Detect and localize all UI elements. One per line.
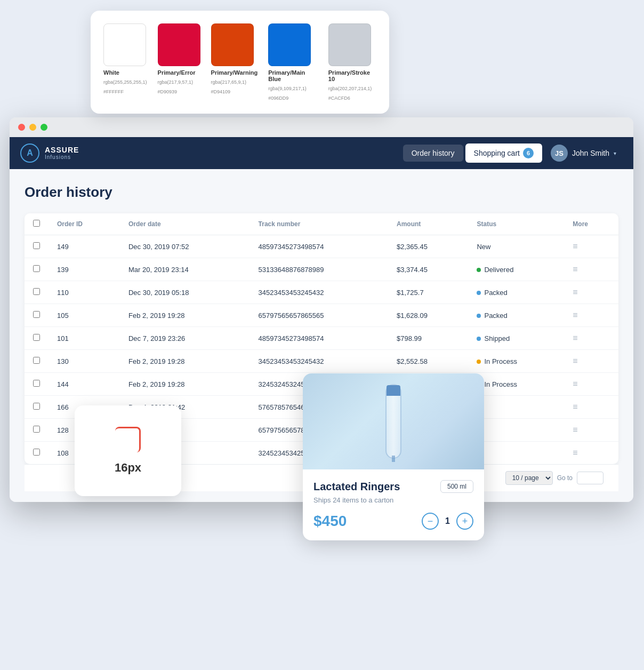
- swatch-name-1: Primary/Error: [158, 69, 196, 76]
- table-row: 105Feb 2, 2019 19:2865797565657865565$1,…: [25, 304, 618, 327]
- iv-tube-illustration: [385, 384, 401, 459]
- quantity-decrease-button[interactable]: −: [422, 513, 439, 530]
- table-row: 149Dec 30, 2019 07:5248597345273498574$2…: [25, 235, 618, 258]
- shopping-cart-button[interactable]: Shopping cart 6: [465, 143, 542, 163]
- logo-icon: A: [20, 143, 39, 163]
- cell-track-number: 53133648876878989: [250, 258, 388, 281]
- more-options-icon[interactable]: ≡: [573, 333, 578, 342]
- more-options-icon[interactable]: ≡: [573, 379, 578, 388]
- product-image: [303, 373, 484, 469]
- page-size-select[interactable]: 10 / page 20 / page 50 / page: [505, 471, 553, 485]
- cell-more[interactable]: ≡: [564, 419, 618, 442]
- cell-status: In Process: [468, 350, 564, 373]
- cell-order-date: Dec 7, 2019 23:26: [120, 327, 250, 350]
- swatch-rgba-0: rgba(255,255,255,1): [103, 79, 147, 86]
- color-swatch-item-3: Primary/Main Bluergba(9,109,217,1)#096DD…: [268, 23, 318, 101]
- cell-track-number: 48597345273498574: [250, 235, 388, 258]
- cell-order-date: Feb 2, 2019 19:28: [120, 373, 250, 396]
- goto-input[interactable]: [577, 472, 603, 484]
- swatch-name-4: Primary/Stroke 10: [328, 69, 376, 82]
- more-options-icon[interactable]: ≡: [573, 265, 578, 274]
- row-checkbox-7[interactable]: [33, 403, 40, 410]
- logo-letter: A: [27, 148, 33, 158]
- traffic-light-minimize[interactable]: [29, 124, 36, 131]
- cell-order-id: 101: [49, 327, 120, 350]
- cell-more[interactable]: ≡: [564, 396, 618, 419]
- swatch-hex-3: #096DD9: [268, 95, 288, 101]
- product-ships-text: Ships 24 items to a carton: [313, 496, 473, 504]
- more-options-icon[interactable]: ≡: [573, 448, 578, 457]
- cell-amount: $2,552.58: [388, 350, 468, 373]
- cell-order-id: 144: [49, 373, 120, 396]
- px-value: 16px: [115, 461, 141, 475]
- row-checkbox-3[interactable]: [33, 311, 40, 318]
- row-checkbox-2[interactable]: [33, 288, 40, 295]
- corner-radius-icon: [115, 427, 141, 452]
- swatch-hex-2: #D94109: [211, 89, 231, 94]
- logo-infusions: Infusions: [45, 154, 79, 160]
- cell-more[interactable]: ≡: [564, 442, 618, 465]
- cell-status: Packed: [468, 304, 564, 327]
- page-title: Order history: [25, 184, 618, 201]
- cell-order-date: Feb 2, 2019 19:28: [120, 350, 250, 373]
- more-options-icon[interactable]: ≡: [573, 402, 578, 411]
- more-options-icon[interactable]: ≡: [573, 288, 578, 297]
- cell-more[interactable]: ≡: [564, 373, 618, 396]
- table-row: 101Dec 7, 2019 23:2648597345273498574$79…: [25, 327, 618, 350]
- swatch-rgba-2: rgba(217,65,9,1): [211, 79, 247, 86]
- cell-status: Shipped: [468, 327, 564, 350]
- row-checkbox-6[interactable]: [33, 380, 40, 387]
- quantity-increase-button[interactable]: +: [456, 513, 473, 530]
- row-checkbox-4[interactable]: [33, 334, 40, 341]
- cell-more[interactable]: ≡: [564, 281, 618, 304]
- cell-track-number: 48597345273498574: [250, 327, 388, 350]
- cell-more[interactable]: ≡: [564, 235, 618, 258]
- traffic-light-maximize[interactable]: [41, 124, 47, 131]
- cell-more[interactable]: ≡: [564, 350, 618, 373]
- row-checkbox-1[interactable]: [33, 265, 40, 272]
- color-swatch-item-1: Primary/Errorrgba(217,9,57,1)#D90939: [158, 23, 200, 101]
- product-body: Lactated Ringers 500 ml Ships 24 items t…: [303, 469, 484, 540]
- user-name: John Smith: [572, 149, 609, 157]
- row-checkbox-8[interactable]: [33, 426, 40, 433]
- more-options-icon[interactable]: ≡: [573, 356, 578, 365]
- col-amount: Amount: [388, 213, 468, 235]
- user-menu-button[interactable]: JS John Smith ▾: [544, 140, 623, 166]
- more-options-icon[interactable]: ≡: [573, 242, 578, 251]
- nav-tab-order-history[interactable]: Order history: [403, 145, 463, 162]
- col-more: More: [564, 213, 618, 235]
- more-options-icon[interactable]: ≡: [573, 425, 578, 434]
- cart-badge: 6: [523, 148, 534, 158]
- col-order-id: Order ID: [49, 213, 120, 235]
- cell-status: Packed: [468, 281, 564, 304]
- swatch-hex-0: #FFFFFF: [103, 89, 124, 94]
- table-row: 110Dec 30, 2019 05:1834523453453245432$1…: [25, 281, 618, 304]
- col-status: Status: [468, 213, 564, 235]
- select-all-checkbox[interactable]: [33, 220, 40, 227]
- row-checkbox-9[interactable]: [33, 449, 40, 456]
- cell-order-id: 149: [49, 235, 120, 258]
- more-options-icon[interactable]: ≡: [573, 310, 578, 320]
- color-swatch-2: [211, 23, 254, 66]
- product-size-badge: 500 ml: [440, 480, 473, 493]
- cell-order-date: Mar 20, 2019 23:14: [120, 258, 250, 281]
- cell-more[interactable]: ≡: [564, 327, 618, 350]
- cell-status: New: [468, 235, 564, 258]
- cell-order-id: 130: [49, 350, 120, 373]
- color-swatch-item-4: Primary/Stroke 10rgba(202,207,214,1)#CAC…: [328, 23, 376, 101]
- cell-more[interactable]: ≡: [564, 304, 618, 327]
- cell-order-date: Dec 30, 2019 07:52: [120, 235, 250, 258]
- row-checkbox-0[interactable]: [33, 242, 40, 249]
- col-checkbox: [25, 213, 49, 235]
- navbar-right: Order history Shopping cart 6 JS John Sm…: [403, 140, 623, 166]
- color-swatch-1: [158, 23, 200, 66]
- product-name: Lactated Ringers: [313, 481, 400, 493]
- traffic-light-close[interactable]: [18, 124, 25, 131]
- cell-track-number: 34523453453245432: [250, 350, 388, 373]
- cell-more[interactable]: ≡: [564, 258, 618, 281]
- swatch-rgba-3: rgba(9,109,217,1): [268, 85, 307, 92]
- cell-track-number: 34523453453245432: [250, 281, 388, 304]
- row-checkbox-5[interactable]: [33, 357, 40, 364]
- cell-status: Delivered: [468, 258, 564, 281]
- chevron-down-icon: ▾: [614, 150, 616, 156]
